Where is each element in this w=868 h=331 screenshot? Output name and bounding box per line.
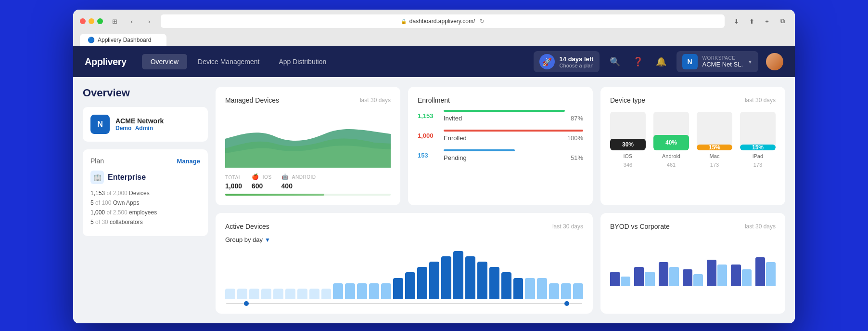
pending-pct: 51% (571, 154, 583, 161)
search-icon[interactable]: 🔍 (607, 54, 623, 69)
close-button[interactable] (80, 18, 86, 24)
enrolled-bar-area: Enrolled 100% (444, 130, 583, 142)
device-type-title: Device type (610, 96, 645, 104)
mac-bar-count: 173 (710, 162, 719, 168)
enrolled-count: 1,000 (418, 132, 438, 139)
byod-period: last 30 days (745, 223, 776, 230)
timeline-slider[interactable] (225, 303, 583, 304)
managed-devices-header: Managed Devices last 30 days (225, 96, 391, 104)
group-by-selector[interactable]: Group by day ▼ (225, 236, 583, 243)
android-bar-label: Android (662, 153, 680, 159)
active-bar-8 (321, 289, 332, 299)
active-tab[interactable]: 🔵 Applivery Dashboard (80, 34, 166, 46)
active-bar-15 (405, 272, 415, 299)
device-type-chart: 30% iOS 346 40% A (610, 110, 776, 168)
slider-track (226, 303, 582, 304)
active-bar-10 (345, 283, 355, 299)
android-bar: 40% (653, 135, 689, 150)
pending-label-row: Pending 51% (444, 154, 583, 161)
reload-icon[interactable]: ↻ (480, 18, 485, 25)
ipad-bar: 15% (740, 145, 776, 150)
invited-label-row: Invited 87% (444, 115, 583, 122)
nav-item-app-distribution[interactable]: App Distribution (270, 54, 335, 69)
invited-pct: 87% (571, 115, 583, 122)
byod-corporate-bar-4 (707, 260, 716, 286)
sidebar-toggle-icon[interactable]: ⊞ (109, 15, 120, 27)
nav-item-overview[interactable]: Overview (142, 54, 187, 69)
role-prefix: Demo (115, 125, 131, 132)
android-bar-wrapper: 40% (653, 112, 689, 150)
address-bar[interactable]: 🔒 dashboard.applivery.com/ ↻ (161, 14, 725, 28)
enrolled-bar (444, 130, 583, 132)
managed-devices-card: Managed Devices last 30 days (216, 87, 400, 205)
active-bar-12 (369, 283, 379, 299)
org-logo: N (90, 115, 110, 134)
bar-group-ipad: 15% iPad 173 (740, 112, 776, 168)
mac-bar-label: Mac (710, 153, 720, 159)
new-tab-icon[interactable]: + (761, 15, 773, 27)
right-thumb[interactable] (564, 301, 569, 306)
enrollment-title: Enrollment (418, 96, 450, 104)
active-bar-17 (429, 262, 439, 299)
managed-devices-progress (225, 194, 391, 196)
bar-group-ios: 30% iOS 346 (610, 112, 646, 168)
plan-badge[interactable]: 🚀 14 days left Choose a plan (534, 51, 600, 72)
android-icon: 🤖 (281, 173, 289, 180)
help-icon[interactable]: ❓ (630, 54, 646, 69)
tabs-icon[interactable]: ⧉ (777, 15, 788, 27)
active-bar-23 (501, 272, 511, 299)
user-avatar[interactable] (766, 53, 783, 70)
byod-title: BYOD vs Corporate (610, 223, 670, 230)
workspace-selector[interactable]: N WORKSPACE ACME Net SL. ▼ (677, 51, 758, 72)
maximize-button[interactable] (97, 18, 103, 24)
invited-label: Invited (444, 115, 462, 122)
active-bar-14 (393, 278, 403, 299)
ipad-pct-label: 15% (752, 144, 764, 150)
total-label: TOTAL (225, 175, 242, 180)
byod-card: BYOD vs Corporate last 30 days (600, 213, 785, 314)
active-bar-16 (417, 267, 427, 299)
byod-personal-bar-5 (742, 269, 752, 286)
plan-label: Plan (90, 157, 104, 165)
group-by-label: Group by day (225, 236, 263, 243)
org-name: ACME Network (115, 117, 164, 125)
ipad-bar-label: iPad (753, 153, 763, 159)
plan-stat-devices: 1,153 of 2,000 Devices (90, 190, 200, 197)
navbar: Applivery Overview Device Management App… (73, 46, 795, 77)
byod-group-3 (683, 269, 703, 286)
bar-group-mac: 15% Mac 173 (697, 112, 732, 168)
byod-personal-bar-3 (693, 274, 703, 286)
byod-personal-bar-6 (766, 262, 776, 286)
download-icon[interactable]: ⬇ (730, 15, 742, 27)
ios-value: 600 (252, 182, 272, 190)
share-icon[interactable]: ⬆ (746, 15, 757, 27)
left-thumb[interactable] (244, 301, 249, 306)
byod-group-1 (634, 267, 654, 286)
byod-corporate-bar-2 (659, 262, 668, 286)
enrollment-item-pending: 153 Pending 51% (418, 149, 583, 161)
byod-corporate-bar-0 (610, 272, 620, 286)
nav-item-device-management[interactable]: Device Management (189, 54, 268, 69)
active-bar-7 (309, 289, 319, 299)
back-icon[interactable]: ‹ (126, 15, 138, 27)
minimize-button[interactable] (89, 18, 94, 24)
workspace-label: WORKSPACE (702, 55, 743, 61)
org-info: ACME Network Demo Admin (115, 117, 164, 132)
manage-link[interactable]: Manage (177, 158, 200, 165)
enrollment-header: Enrollment (418, 96, 583, 104)
byod-group-2 (659, 262, 679, 286)
plan-stat-employees: 1,000 of 2,500 employees (90, 209, 200, 216)
browser-right-icons: ⬇ ⬆ + ⧉ (730, 15, 788, 27)
device-type-period: last 30 days (745, 97, 776, 104)
active-devices-header: Active Devices last 30 days (225, 223, 583, 230)
ios-label: 🍎 iOS (252, 173, 272, 180)
notifications-icon[interactable]: 🔔 (653, 54, 669, 69)
plan-name: Enterprise (108, 173, 146, 182)
main-content: Overview N ACME Network Demo Admin Plan (73, 77, 795, 323)
byod-chart (610, 238, 776, 286)
active-devices-period: last 30 days (552, 223, 583, 230)
total-stat: TOTAL 1,000 (225, 175, 242, 190)
byod-personal-bar-4 (717, 265, 727, 286)
chevron-down-icon: ▼ (748, 59, 753, 65)
forward-icon[interactable]: › (143, 15, 155, 27)
